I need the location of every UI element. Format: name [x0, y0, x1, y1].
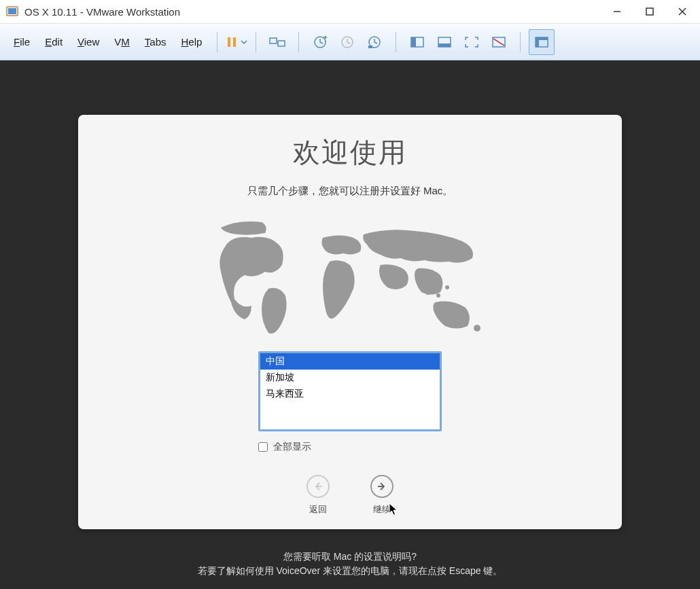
- titlebar: OS X 10.11 - VMware Workstation: [0, 0, 700, 24]
- nav-buttons: 返回 继续: [307, 475, 393, 516]
- vmware-app-icon: [5, 5, 19, 18]
- svg-rect-17: [438, 43, 451, 47]
- svg-rect-3: [646, 8, 653, 15]
- setup-subtitle: 只需几个步骤，您就可以注册并设置好 Mac。: [247, 185, 453, 198]
- menu-vm[interactable]: VM: [107, 32, 137, 52]
- macos-setup-window: 欢迎使用 只需几个步骤，您就可以注册并设置好 Mac。: [78, 115, 622, 529]
- continue-button[interactable]: 继续: [370, 475, 393, 516]
- country-list[interactable]: 中国 新加坡 马来西亚: [258, 351, 442, 431]
- snapshot-manager-button[interactable]: [362, 29, 387, 55]
- world-map-icon: [204, 214, 496, 350]
- separator: [256, 32, 256, 52]
- maximize-button[interactable]: [643, 5, 657, 18]
- snapshot-take-button[interactable]: [307, 29, 333, 55]
- toolbar: File Edit View VM Tabs Help: [0, 24, 700, 60]
- window-title: OS X 10.11 - VMware Workstation: [24, 6, 610, 18]
- separator: [298, 32, 299, 52]
- svg-rect-13: [368, 46, 372, 48]
- arrow-left-icon: [307, 475, 330, 498]
- view-stretch-button[interactable]: [432, 29, 457, 55]
- svg-rect-9: [278, 41, 285, 46]
- menu-edit[interactable]: Edit: [38, 32, 69, 52]
- svg-rect-6: [228, 37, 230, 47]
- back-label: 返回: [309, 503, 327, 516]
- minimize-button[interactable]: [610, 5, 624, 18]
- country-item-malaysia[interactable]: 马来西亚: [260, 386, 440, 402]
- snapshot-revert-button[interactable]: [334, 29, 360, 55]
- send-ctrl-alt-del-button[interactable]: [264, 29, 290, 55]
- show-tabs-button[interactable]: [529, 29, 555, 55]
- svg-rect-7: [233, 37, 236, 47]
- show-all-checkbox[interactable]: [258, 442, 268, 452]
- back-button: 返回: [307, 475, 330, 516]
- show-all-row: 全部显示: [258, 441, 442, 453]
- svg-point-24: [436, 293, 440, 298]
- window-controls: [610, 5, 689, 18]
- svg-rect-22: [536, 37, 539, 47]
- close-button[interactable]: [676, 5, 689, 18]
- svg-point-23: [425, 289, 431, 295]
- svg-point-26: [474, 325, 480, 332]
- unity-button[interactable]: [486, 29, 512, 55]
- menu-help[interactable]: Help: [175, 32, 209, 52]
- setup-title: 欢迎使用: [293, 134, 407, 171]
- pause-button[interactable]: [226, 36, 247, 48]
- separator: [217, 32, 217, 52]
- separator: [520, 32, 521, 52]
- svg-line-19: [493, 39, 504, 46]
- svg-rect-1: [8, 8, 16, 14]
- menu-tabs[interactable]: Tabs: [138, 32, 173, 52]
- svg-rect-15: [411, 37, 416, 47]
- chevron-down-icon: [241, 39, 247, 46]
- voiceover-hint: 您需要听取 Mac 的设置说明吗? 若要了解如何使用 VoiceOver 来设置…: [0, 550, 700, 578]
- country-item-singapore[interactable]: 新加坡: [260, 370, 440, 386]
- footer-line-1: 您需要听取 Mac 的设置说明吗?: [0, 550, 700, 564]
- svg-rect-8: [270, 38, 277, 43]
- show-all-label: 全部显示: [273, 441, 311, 453]
- separator: [396, 32, 396, 52]
- vm-display-area: 欢迎使用 只需几个步骤，您就可以注册并设置好 Mac。: [0, 60, 700, 589]
- footer-line-2: 若要了解如何使用 VoiceOver 来设置您的电脑，请现在点按 Escape …: [0, 564, 700, 578]
- view-console-button[interactable]: [404, 29, 430, 55]
- fullscreen-button[interactable]: [459, 29, 485, 55]
- country-item-china[interactable]: 中国: [260, 353, 440, 370]
- menu-file[interactable]: File: [7, 32, 37, 52]
- svg-point-25: [445, 285, 449, 289]
- arrow-right-icon: [370, 475, 393, 498]
- continue-label: 继续: [373, 503, 391, 516]
- menu-view[interactable]: View: [71, 32, 106, 52]
